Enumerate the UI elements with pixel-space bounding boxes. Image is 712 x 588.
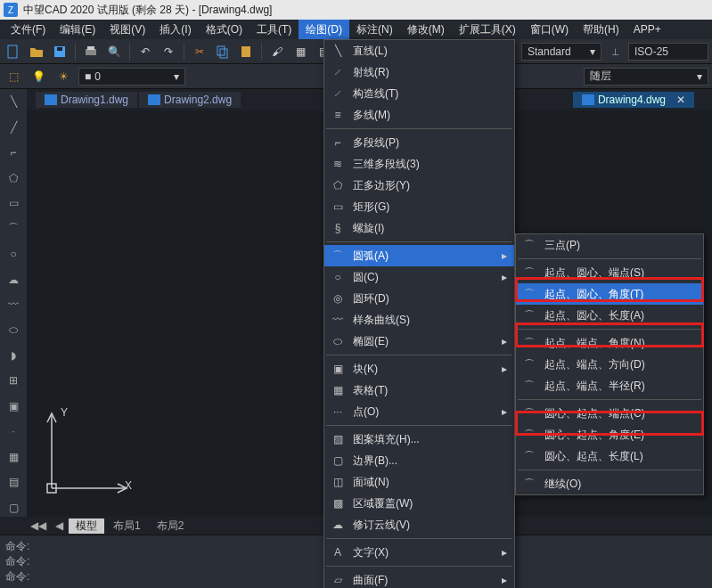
menu-item[interactable]: ▩区域覆盖(W) bbox=[324, 493, 514, 514]
text-style-combo[interactable]: Standard▾ bbox=[521, 43, 602, 61]
menu-item[interactable]: ▨图案填充(H)... bbox=[324, 429, 514, 450]
menu-7[interactable]: 标注(N) bbox=[349, 20, 400, 39]
menu-item[interactable]: ╲直线(L) bbox=[324, 40, 514, 61]
xline-tool-icon[interactable]: ╱ bbox=[4, 118, 23, 135]
spline-tool-icon[interactable]: 〰 bbox=[4, 296, 23, 314]
copy-icon[interactable] bbox=[213, 42, 233, 61]
menu-item[interactable]: ⟋构造线(T) bbox=[324, 83, 514, 104]
menu-item[interactable]: ⬠正多边形(Y) bbox=[324, 175, 514, 196]
menu-item[interactable]: ▱曲面(F)▸ bbox=[324, 569, 514, 588]
layout-nav[interactable]: ◀◀ bbox=[27, 519, 50, 532]
menu-3[interactable]: 插入(I) bbox=[152, 20, 198, 39]
menu-item[interactable]: ⌒起点、圆心、长度(A) bbox=[516, 305, 703, 326]
cut-icon[interactable]: ✂ bbox=[190, 42, 209, 61]
menu-item[interactable]: ⌒三点(P) bbox=[516, 234, 703, 256]
print-icon[interactable] bbox=[81, 42, 101, 61]
region-tool-icon[interactable]: ▢ bbox=[4, 499, 23, 517]
menu-item[interactable]: ⟋射线(R) bbox=[324, 61, 514, 83]
dim-icon[interactable]: ⟂ bbox=[605, 42, 625, 61]
menu-item[interactable]: ···点(O)▸ bbox=[324, 401, 514, 422]
doc-tab[interactable]: Drawing2.dwg bbox=[139, 92, 241, 108]
circle-tool-icon[interactable]: ○ bbox=[4, 245, 23, 263]
undo-icon[interactable]: ↶ bbox=[135, 42, 155, 61]
menu-2[interactable]: 视图(V) bbox=[102, 20, 152, 39]
menu-item-label: 矩形(G) bbox=[353, 200, 389, 215]
layout-tab[interactable]: 布局1 bbox=[106, 519, 148, 534]
menu-item[interactable]: ⌒圆心、起点、角度(E) bbox=[516, 424, 703, 445]
pline-tool-icon[interactable]: ⌐ bbox=[4, 143, 23, 161]
dim-style-combo[interactable]: ISO-25 bbox=[628, 43, 708, 61]
menu-item[interactable]: ⌒继续(O) bbox=[516, 473, 703, 494]
print-preview-icon[interactable]: 🔍 bbox=[104, 42, 124, 61]
point-tool-icon[interactable]: · bbox=[4, 422, 23, 440]
menu-item[interactable]: ⬭椭圆(E)▸ bbox=[324, 331, 514, 352]
polygon-tool-icon[interactable]: ⬠ bbox=[4, 168, 23, 186]
block-icon[interactable]: ▦ bbox=[291, 42, 310, 61]
layer-manager-icon[interactable]: ⬚ bbox=[4, 67, 23, 86]
gradient-tool-icon[interactable]: ▤ bbox=[4, 473, 23, 491]
revcloud-tool-icon[interactable]: ☁ bbox=[4, 270, 23, 288]
pline-icon: ⌐ bbox=[330, 135, 346, 151]
menu-item[interactable]: ⌒起点、端点、角度(N) bbox=[516, 332, 703, 354]
menu-item[interactable]: ⌒起点、端点、半径(R) bbox=[516, 375, 703, 396]
menu-item[interactable]: ◫面域(N) bbox=[324, 471, 514, 493]
menu-6[interactable]: 绘图(D) bbox=[299, 20, 349, 39]
menu-11[interactable]: 帮助(H) bbox=[576, 20, 626, 39]
redo-icon[interactable]: ↷ bbox=[159, 42, 178, 61]
layer-state-icon[interactable]: 💡 bbox=[29, 67, 48, 86]
menu-item-label: 起点、圆心、角度(T) bbox=[544, 287, 643, 302]
menu-item[interactable]: ⌒圆心、起点、端点(C) bbox=[516, 403, 703, 424]
color-combo[interactable]: 随层▾ bbox=[584, 68, 708, 86]
layer-combo[interactable]: ■0▾ bbox=[78, 68, 185, 86]
ellipse-arc-tool-icon[interactable]: ◗ bbox=[4, 347, 23, 364]
menu-item[interactable]: ⌐多段线(P) bbox=[324, 132, 514, 153]
arc-icon: ⌒ bbox=[521, 448, 537, 464]
menu-item[interactable]: ≡多线(M) bbox=[324, 104, 514, 126]
menu-12[interactable]: APP+ bbox=[626, 20, 668, 39]
menu-item[interactable]: ⌒圆心、起点、长度(L) bbox=[516, 445, 703, 467]
make-block-tool-icon[interactable]: ▣ bbox=[4, 397, 23, 415]
paste-icon[interactable] bbox=[236, 42, 256, 61]
new-icon[interactable] bbox=[4, 42, 23, 61]
menu-item[interactable]: 〰样条曲线(S) bbox=[324, 309, 514, 331]
save-icon[interactable] bbox=[50, 42, 70, 61]
menu-0[interactable]: 文件(F) bbox=[4, 20, 53, 39]
layout-tab[interactable]: 模型 bbox=[69, 519, 104, 534]
menu-8[interactable]: 修改(M) bbox=[400, 20, 452, 39]
ellipse-tool-icon[interactable]: ⬭ bbox=[4, 321, 23, 339]
match-prop-icon[interactable]: 🖌 bbox=[267, 42, 287, 61]
rect-tool-icon[interactable]: ▭ bbox=[4, 194, 23, 212]
menu-4[interactable]: 格式(O) bbox=[199, 20, 250, 39]
menu-item[interactable]: ☁修订云线(V) bbox=[324, 514, 514, 535]
doc-tab[interactable]: Drawing4.dwg✕ bbox=[573, 92, 694, 108]
close-tab-icon[interactable]: ✕ bbox=[676, 94, 685, 106]
layer-freeze-icon[interactable]: ☀ bbox=[53, 67, 73, 86]
menu-item[interactable]: ▢边界(B)... bbox=[324, 450, 514, 471]
open-icon[interactable] bbox=[27, 42, 46, 61]
menu-item[interactable]: ⌒起点、圆心、端点(S) bbox=[516, 262, 703, 283]
line-tool-icon[interactable]: ╲ bbox=[4, 93, 23, 110]
menu-item[interactable]: ▣块(K)▸ bbox=[324, 358, 514, 380]
menu-item[interactable]: A文字(X)▸ bbox=[324, 542, 514, 563]
insert-block-tool-icon[interactable]: ⊞ bbox=[4, 372, 23, 389]
menu-item[interactable]: ◎圆环(D) bbox=[324, 288, 514, 309]
menu-item[interactable]: §螺旋(I) bbox=[324, 217, 514, 239]
svg-rect-4 bbox=[87, 46, 94, 50]
menu-item[interactable]: ▦表格(T) bbox=[324, 380, 514, 401]
hatch-tool-icon[interactable]: ▦ bbox=[4, 448, 23, 466]
menu-item[interactable]: ⌒圆弧(A)▸ bbox=[324, 245, 514, 266]
menu-9[interactable]: 扩展工具(X) bbox=[452, 20, 523, 39]
menu-item[interactable]: ⌒起点、圆心、角度(T) bbox=[516, 283, 703, 305]
menu-10[interactable]: 窗口(W) bbox=[523, 20, 576, 39]
layout-tab[interactable]: 布局2 bbox=[150, 519, 192, 534]
boundary-icon: ▢ bbox=[330, 453, 346, 469]
menu-1[interactable]: 编辑(E) bbox=[53, 20, 102, 39]
arc-tool-icon[interactable]: ⌒ bbox=[4, 219, 23, 237]
menu-item[interactable]: ○圆(C)▸ bbox=[324, 266, 514, 288]
layout-nav[interactable]: ◀ bbox=[52, 519, 67, 532]
menu-item[interactable]: ≋三维多段线(3) bbox=[324, 153, 514, 175]
menu-item[interactable]: ⌒起点、端点、方向(D) bbox=[516, 354, 703, 375]
menu-5[interactable]: 工具(T) bbox=[250, 20, 299, 39]
doc-tab[interactable]: Drawing1.dwg bbox=[36, 92, 137, 108]
menu-item[interactable]: ▭矩形(G) bbox=[324, 196, 514, 217]
